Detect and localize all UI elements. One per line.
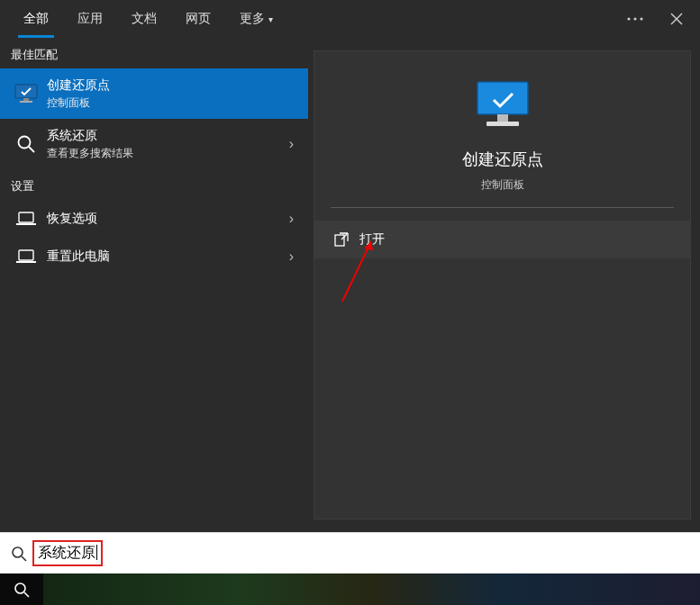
svg-point-20 — [13, 547, 23, 557]
svg-rect-7 — [20, 101, 32, 103]
monitor-large-icon — [340, 78, 665, 132]
setting-recovery-options[interactable]: 恢复选项 › — [0, 200, 308, 238]
setting-label: 恢复选项 — [47, 211, 289, 227]
result-subtitle: 控制面板 — [47, 95, 297, 111]
monitor-icon — [11, 83, 41, 104]
taskbar-search-button[interactable] — [0, 573, 43, 605]
result-title: 系统还原 — [47, 128, 289, 144]
close-button[interactable] — [662, 5, 691, 33]
result-subtitle: 查看更多搜索结果 — [47, 146, 289, 161]
preview-subtitle: 控制面板 — [340, 177, 665, 193]
tab-web[interactable]: 网页 — [171, 1, 225, 37]
section-settings: 设置 — [0, 169, 308, 200]
more-options-button[interactable] — [621, 5, 650, 33]
caret-down-icon: ▾ — [268, 14, 273, 24]
svg-rect-17 — [335, 235, 344, 246]
section-best-match: 最佳匹配 — [0, 38, 308, 68]
svg-rect-11 — [16, 223, 36, 225]
result-title: 创建还原点 — [47, 77, 297, 94]
preview-panel: 创建还原点 控制面板 打开 — [314, 50, 691, 519]
svg-point-1 — [633, 17, 636, 20]
svg-rect-14 — [477, 82, 528, 114]
open-action[interactable]: 打开 — [314, 221, 690, 258]
svg-rect-13 — [16, 261, 36, 263]
svg-rect-15 — [497, 114, 508, 122]
laptop-icon — [11, 249, 41, 264]
svg-rect-12 — [19, 250, 33, 260]
svg-line-21 — [22, 556, 26, 561]
search-filter-tabs: 全部 应用 文档 网页 更多▾ — [0, 0, 700, 38]
svg-rect-5 — [15, 85, 37, 98]
result-system-restore[interactable]: 系统还原 查看更多搜索结果 › — [0, 119, 308, 169]
laptop-icon — [11, 212, 41, 226]
preview-title: 创建还原点 — [340, 149, 665, 170]
search-icon — [9, 546, 29, 562]
svg-point-0 — [627, 17, 630, 20]
svg-rect-6 — [23, 98, 29, 101]
open-icon — [331, 232, 352, 247]
result-create-restore-point[interactable]: 创建还原点 控制面板 — [0, 68, 308, 119]
setting-reset-pc[interactable]: 重置此电脑 › — [0, 238, 308, 275]
taskbar-apps[interactable] — [43, 573, 700, 605]
tab-docs[interactable]: 文档 — [117, 1, 171, 37]
search-icon — [11, 134, 41, 154]
svg-rect-10 — [19, 212, 33, 222]
open-label: 打开 — [359, 231, 385, 248]
setting-label: 重置此电脑 — [47, 248, 289, 265]
svg-point-2 — [640, 17, 642, 20]
chevron-right-icon: › — [289, 248, 297, 265]
tab-all[interactable]: 全部 — [9, 1, 63, 37]
chevron-right-icon: › — [289, 211, 297, 227]
svg-rect-16 — [486, 122, 519, 126]
tab-apps[interactable]: 应用 — [63, 1, 117, 37]
svg-point-22 — [15, 583, 25, 593]
tab-more[interactable]: 更多▾ — [225, 1, 287, 37]
svg-line-9 — [29, 147, 34, 152]
search-bar[interactable]: 系统还原 — [0, 532, 700, 573]
chevron-right-icon: › — [289, 136, 297, 152]
results-panel: 最佳匹配 创建还原点 控制面板 系统还原 查看更多搜索结果 — [0, 38, 308, 532]
search-input[interactable]: 系统还原 — [38, 545, 97, 560]
svg-point-8 — [19, 137, 31, 149]
svg-line-23 — [24, 592, 29, 597]
search-input-highlight: 系统还原 — [32, 540, 103, 566]
taskbar — [0, 573, 700, 605]
